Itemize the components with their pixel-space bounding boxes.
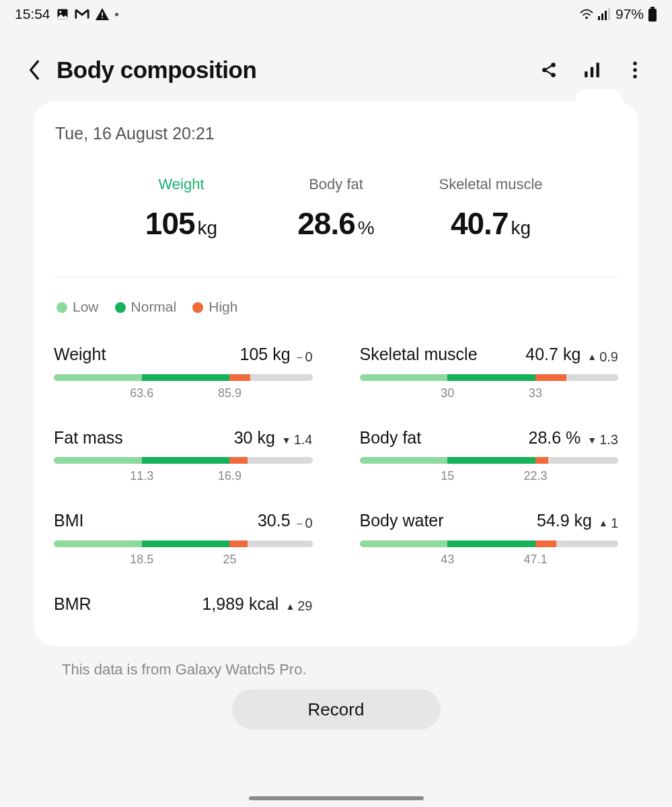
metric-name: BMR (54, 594, 91, 614)
main-card: Tue, 16 August 20:21 Weight105kgBody fat… (34, 101, 638, 646)
warning-icon (95, 7, 110, 21)
svg-rect-15 (591, 67, 593, 77)
metric-delta: ▼ 1.4 (282, 432, 313, 448)
metric-row: Fat mass30 kg▼ 1.411.316.9 (54, 428, 313, 485)
summary-metric-value: 105kg (124, 205, 239, 242)
zone-ticks: 18.525 (54, 553, 313, 567)
summary-metric-value: 40.7kg (434, 205, 548, 242)
status-battery-text: 97% (615, 6, 644, 22)
metric-name: Skeletal muscle (360, 345, 478, 364)
svg-point-1 (59, 11, 61, 13)
summary-metric-label: Body fat (279, 176, 394, 193)
zone-bar (54, 457, 313, 464)
legend-low: Low (57, 299, 99, 315)
metric-delta: – 0 (297, 516, 313, 531)
svg-rect-8 (608, 8, 610, 20)
svg-rect-6 (601, 13, 603, 20)
zone-ticks: 63.685.9 (54, 386, 313, 401)
svg-rect-14 (585, 71, 587, 77)
more-vert-icon (632, 61, 638, 79)
metric-value: 105 kg (240, 345, 291, 364)
metric-delta: – 0 (297, 349, 313, 365)
svg-rect-7 (605, 11, 607, 20)
svg-rect-2 (102, 12, 103, 15)
svg-rect-16 (597, 63, 599, 77)
metric-value: 28.6 % (528, 428, 581, 448)
metric-row: BMR1,989 kcal▲ 29 (54, 594, 313, 624)
chevron-left-icon (27, 60, 42, 80)
metric-value: 30 kg (234, 428, 275, 448)
more-button[interactable] (625, 60, 645, 80)
metric-row: Body fat28.6 %▼ 1.31522.3 (360, 428, 619, 485)
zone-bar (360, 540, 619, 547)
status-time: 15:54 (15, 6, 50, 22)
metric-delta: ▲ 29 (285, 598, 312, 614)
page-title: Body composition (57, 57, 539, 83)
card-notch (575, 89, 622, 113)
legend-normal: Normal (115, 299, 177, 315)
zone-ticks: 4347.1 (360, 553, 619, 567)
metric-name: Body fat (360, 428, 422, 448)
signal-icon (598, 8, 611, 20)
chart-button[interactable] (582, 60, 602, 80)
summary-metric[interactable]: Weight105kg (124, 176, 239, 242)
home-indicator (249, 796, 424, 800)
data-source-note: This data is from Galaxy Watch5 Pro. (62, 661, 633, 678)
summary-metric-label: Weight (124, 176, 239, 193)
legend-high: High (192, 299, 237, 315)
svg-point-19 (633, 75, 636, 78)
svg-point-17 (633, 62, 636, 65)
dot-icon (115, 13, 118, 16)
summary-metric[interactable]: Body fat28.6% (279, 176, 394, 242)
metric-name: Fat mass (54, 428, 123, 448)
metric-value: 30.5 (258, 511, 291, 530)
app-header: Body composition (0, 28, 672, 101)
metric-row: Body water54.9 kg▲ 14347.1 (360, 511, 619, 567)
metric-name: Weight (54, 345, 106, 364)
record-button[interactable]: Record (232, 689, 441, 730)
svg-point-4 (585, 17, 588, 20)
metric-row: Weight105 kg– 063.685.9 (54, 345, 313, 401)
summary-metric-label: Skeletal muscle (434, 176, 548, 193)
summary-metric[interactable]: Skeletal muscle40.7kg (434, 176, 548, 242)
zone-ticks: 3033 (360, 386, 619, 401)
wifi-icon (579, 8, 594, 20)
image-icon (56, 7, 69, 21)
share-icon (540, 61, 558, 79)
battery-icon (648, 7, 657, 22)
metric-row: Skeletal muscle40.7 kg▲ 0.93033 (360, 345, 619, 401)
zone-legend: Low Normal High (54, 299, 618, 315)
summary-metric-value: 28.6% (279, 205, 394, 242)
metric-name: BMI (54, 511, 83, 530)
metric-value: 54.9 kg (537, 511, 592, 530)
mail-icon (75, 8, 89, 20)
metric-value: 40.7 kg (525, 345, 581, 364)
metric-delta: ▲ 0.9 (587, 349, 618, 365)
status-bar: 15:54 97% (0, 0, 672, 28)
zone-bar (54, 540, 313, 547)
metric-delta: ▲ 1 (599, 516, 618, 531)
bar-chart-icon (583, 61, 601, 79)
zone-ticks: 1522.3 (360, 469, 619, 484)
svg-rect-3 (102, 17, 103, 19)
svg-rect-9 (650, 7, 655, 9)
zone-bar (360, 457, 619, 464)
metric-value: 1,989 kcal (202, 594, 278, 614)
svg-rect-10 (648, 9, 657, 22)
summary-metrics: Weight105kgBody fat28.6%Skeletal muscle4… (54, 176, 618, 242)
svg-rect-5 (598, 16, 600, 20)
zone-bar (360, 374, 619, 381)
metric-name: Body water (360, 511, 444, 530)
zone-ticks: 11.316.9 (54, 469, 313, 484)
metric-delta: ▼ 1.3 (587, 432, 618, 448)
metric-grid: Weight105 kg– 063.685.9Skeletal muscle40… (54, 345, 618, 623)
divider (54, 277, 618, 277)
back-button[interactable] (23, 59, 46, 81)
share-button[interactable] (539, 60, 559, 80)
metric-row: BMI30.5– 018.525 (54, 511, 313, 567)
zone-bar (54, 374, 313, 381)
svg-point-18 (633, 68, 636, 71)
measurement-date: Tue, 16 August 20:21 (55, 124, 618, 143)
